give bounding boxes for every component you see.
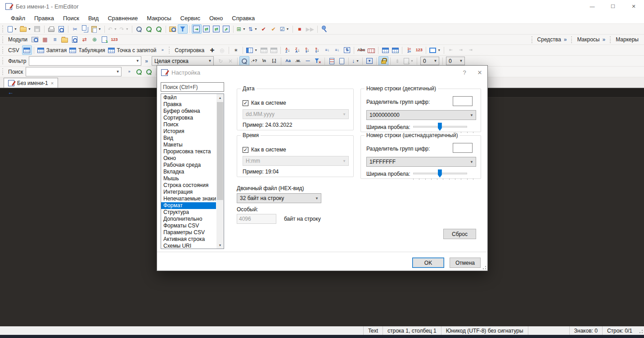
- dropdown-caret-icon[interactable]: ▼: [356, 59, 359, 62]
- filter-table-button[interactable]: [365, 56, 374, 66]
- chevron-down-icon[interactable]: ▼: [458, 57, 464, 65]
- category-item[interactable]: Мышь: [161, 175, 216, 182]
- close-button[interactable]: ✕: [623, 0, 644, 13]
- modules-converter-button[interactable]: ▦: [40, 35, 50, 44]
- cut-button[interactable]: ✂: [70, 24, 80, 34]
- category-item[interactable]: Макеты: [161, 142, 216, 148]
- pin-button[interactable]: [320, 24, 329, 34]
- outline-button[interactable]: ⊞▼: [235, 24, 247, 34]
- statusbar-resize-grip[interactable]: [637, 326, 644, 335]
- dropdown-caret-icon[interactable]: ▼: [28, 27, 31, 31]
- dialog-title-bar[interactable]: Настройка ? ✕: [157, 66, 487, 79]
- validate-button[interactable]: ☑▼: [279, 24, 291, 34]
- reset-button[interactable]: Сброс: [443, 229, 476, 239]
- settings-search-input[interactable]: [161, 82, 224, 92]
- open-file-button[interactable]: ▼: [18, 24, 32, 34]
- status-mode[interactable]: Text: [363, 326, 383, 335]
- dropdown-caret-icon[interactable]: ▼: [126, 27, 129, 31]
- macros-toolbar-label[interactable]: Макросы: [577, 36, 599, 43]
- dec-separator-input[interactable]: [453, 96, 473, 106]
- sync-scroll-button[interactable]: ⇅▼: [247, 24, 259, 34]
- compare-rescan-button[interactable]: ✔: [269, 24, 279, 34]
- no-wrap-button[interactable]: ⇥: [192, 24, 202, 34]
- modules-export-button[interactable]: [99, 35, 109, 44]
- search-input-combo[interactable]: ▼: [26, 67, 122, 76]
- toolbar-grip[interactable]: [169, 47, 171, 53]
- category-item[interactable]: Строка состояния: [161, 182, 216, 189]
- whole-word-button[interactable]: .w.: [293, 56, 303, 66]
- move-column-left-button[interactable]: ⇤: [446, 45, 456, 55]
- dec-sample-select[interactable]: 1000000000 ▼: [366, 110, 476, 120]
- menu-сравнение[interactable]: Сравнение: [103, 13, 142, 23]
- category-item[interactable]: Сортировка: [161, 115, 216, 121]
- redo-button[interactable]: ↷▼: [118, 24, 130, 34]
- toolbar-grip[interactable]: [2, 47, 4, 53]
- find-next-button[interactable]: [154, 24, 164, 34]
- dropdown-caret-icon[interactable]: ▼: [286, 27, 289, 31]
- cancel-button[interactable]: Отмена: [450, 258, 481, 268]
- dropdown-caret-icon[interactable]: ▼: [98, 27, 101, 31]
- menu-макросы[interactable]: Макросы: [142, 13, 176, 23]
- filter-input-combo[interactable]: ▼: [29, 56, 141, 66]
- filter-refresh-button[interactable]: ↻: [216, 56, 225, 66]
- category-item[interactable]: Дополнительно: [161, 216, 216, 222]
- line-numbers-button[interactable]: 1=2=: [404, 45, 414, 55]
- category-item[interactable]: Структура: [161, 209, 216, 216]
- cell-borders-button[interactable]: ▼: [428, 45, 442, 55]
- category-item[interactable]: Форматы CSV: [161, 222, 216, 229]
- bookmark-matches-button[interactable]: [327, 56, 337, 66]
- undo-button[interactable]: ↶▼: [107, 24, 118, 34]
- csv-overflow-chevron[interactable]: »: [158, 45, 167, 55]
- csv-tab-button[interactable]: Табуляция: [68, 45, 106, 55]
- slider-thumb[interactable]: [438, 123, 442, 131]
- menu-справка[interactable]: Справка: [227, 13, 259, 23]
- scroll-up-icon[interactable]: ▲: [216, 94, 224, 101]
- dropdown-caret-icon[interactable]: ▼: [437, 49, 441, 52]
- macros-overflow-chevron[interactable]: »: [602, 36, 605, 43]
- dialog-close-button[interactable]: ✕: [472, 66, 487, 79]
- sort-reverse-button[interactable]: ⇅: [342, 45, 352, 55]
- modules-diff-button[interactable]: ⇄: [80, 35, 90, 44]
- wrap-by-char-button[interactable]: ⇄: [202, 24, 212, 34]
- category-item[interactable]: Вид: [161, 135, 216, 142]
- select-columns-button[interactable]: ▼: [245, 45, 259, 55]
- ok-button[interactable]: OK: [412, 258, 444, 268]
- category-item[interactable]: Окно: [161, 155, 216, 162]
- print-button[interactable]: [46, 24, 56, 34]
- menu-поиск[interactable]: Поиск: [59, 13, 84, 23]
- filter-output-button[interactable]: ▼: [402, 56, 415, 66]
- toolbar-grip[interactable]: [2, 26, 4, 32]
- chevron-down-icon[interactable]: ▼: [432, 57, 439, 65]
- filter-direction-button[interactable]: ↓▼: [351, 56, 360, 66]
- category-item[interactable]: Поиск: [161, 121, 216, 128]
- dropdown-caret-icon[interactable]: ▼: [254, 27, 257, 31]
- chevron-down-icon[interactable]: ▼: [114, 67, 121, 76]
- run-macro-button[interactable]: ▶▶: [305, 24, 315, 34]
- time-system-checkbox[interactable]: ✓: [243, 147, 248, 153]
- status-position[interactable]: строка 1, столбец 1: [383, 326, 441, 335]
- menu-файл[interactable]: Файл: [6, 13, 30, 23]
- csv-join-button[interactable]: [380, 45, 390, 55]
- dialog-resize-grip[interactable]: [481, 264, 486, 270]
- markers-toolbar-grip[interactable]: [610, 36, 612, 43]
- move-column-right-button[interactable]: ⇥: [456, 45, 466, 55]
- exclude-filter-button[interactable]: [313, 56, 323, 66]
- follow-cursor-button[interactable]: ⇟: [392, 56, 402, 66]
- category-item[interactable]: Схемы URI: [161, 243, 216, 249]
- category-item[interactable]: Вкладка: [161, 169, 216, 175]
- category-item[interactable]: Рабочая среда: [161, 162, 216, 169]
- status-chars[interactable]: Знаков: 0: [569, 326, 602, 335]
- column-digits-button[interactable]: 123: [414, 45, 424, 55]
- tools-overflow-chevron[interactable]: »: [564, 36, 567, 43]
- csv-ruler-button[interactable]: [366, 45, 376, 55]
- hex-space-width-slider[interactable]: [413, 169, 467, 179]
- search-input[interactable]: [26, 69, 114, 75]
- search-overflow-chevron[interactable]: »: [124, 67, 134, 76]
- search-next-button[interactable]: [144, 67, 154, 76]
- chevron-down-icon[interactable]: ▼: [468, 111, 476, 120]
- copy-button[interactable]: [80, 24, 90, 34]
- category-item[interactable]: Параметры CSV: [161, 229, 216, 236]
- dropdown-caret-icon[interactable]: ▼: [114, 27, 117, 31]
- zoom-button[interactable]: [134, 24, 144, 34]
- sort-num-asc-button[interactable]: 09↓: [302, 45, 312, 55]
